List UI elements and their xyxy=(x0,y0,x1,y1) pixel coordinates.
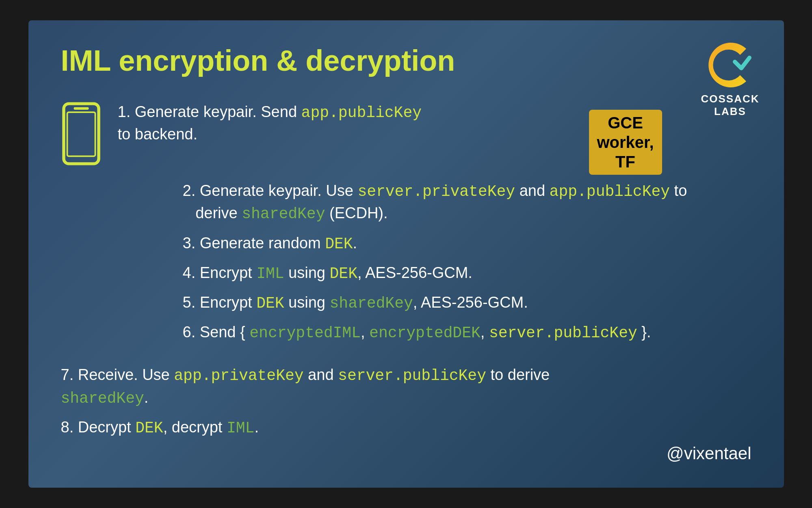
step4: 4. Encrypt IML using DEK, AES-256-GCM. xyxy=(183,262,751,284)
step1-to-backend: to backend. xyxy=(118,126,197,143)
step6-server-public-key: server.publicKey xyxy=(489,324,637,342)
step1-text: 1. Generate keypair. Send app.publicKey … xyxy=(118,101,422,145)
cossack-logo-icon xyxy=(706,41,754,89)
step5-dek: DEK xyxy=(256,295,284,312)
phone-icon xyxy=(61,101,102,168)
server-steps: 2. Generate keypair. Use server.privateK… xyxy=(183,180,751,344)
svg-rect-1 xyxy=(74,107,89,110)
step6: 6. Send { encryptedIML, encryptedDEK, se… xyxy=(183,321,751,344)
step8: 8. Decrypt DEK, decrypt IML. xyxy=(61,417,751,439)
step5-shared-key: sharedKey xyxy=(330,295,413,312)
step7-server-public-key: server.publicKey xyxy=(338,367,486,384)
slide-title: IML encryption & decryption xyxy=(61,45,751,77)
step4-dek: DEK xyxy=(330,265,357,282)
step4-iml: IML xyxy=(256,265,284,282)
svg-rect-2 xyxy=(67,112,95,156)
step2-app-public-key: app.publicKey xyxy=(550,183,670,200)
bottom-steps: 7. Receive. Use app.privateKey and serve… xyxy=(61,364,751,439)
step1-number: 1. Generate keypair. Send xyxy=(118,103,301,120)
step5: 5. Encrypt DEK using sharedKey, AES-256-… xyxy=(183,292,751,314)
cossack-brand-text: COSSACKLABS xyxy=(701,93,759,118)
step3: 3. Generate random DEK. xyxy=(183,232,751,255)
step2-server-private-key: server.privateKey xyxy=(357,183,515,200)
step7-app-private-key: app.privateKey xyxy=(174,367,303,384)
step2: 2. Generate keypair. Use server.privateK… xyxy=(183,180,751,225)
gce-worker-box: GCE worker, TF xyxy=(589,110,662,175)
step8-iml: IML xyxy=(227,419,254,437)
cossack-logo: COSSACKLABS xyxy=(701,41,759,118)
slide: IML encryption & decryption COSSACKLABS … xyxy=(28,20,784,488)
gce-box-text: GCE worker, TF xyxy=(597,113,654,172)
step7-shared-key: sharedKey xyxy=(61,390,144,407)
step2-shared-key: sharedKey xyxy=(242,205,325,223)
step6-encrypted-iml: encryptedIML xyxy=(249,324,361,342)
step3-dek: DEK xyxy=(325,235,353,253)
step8-dek: DEK xyxy=(135,419,163,437)
watermark: @vixentael xyxy=(667,444,751,463)
step1-app-public-key: app.publicKey xyxy=(301,104,422,122)
step6-encrypted-dek: encryptedDEK xyxy=(369,324,481,342)
step7: 7. Receive. Use app.privateKey and serve… xyxy=(61,364,751,409)
